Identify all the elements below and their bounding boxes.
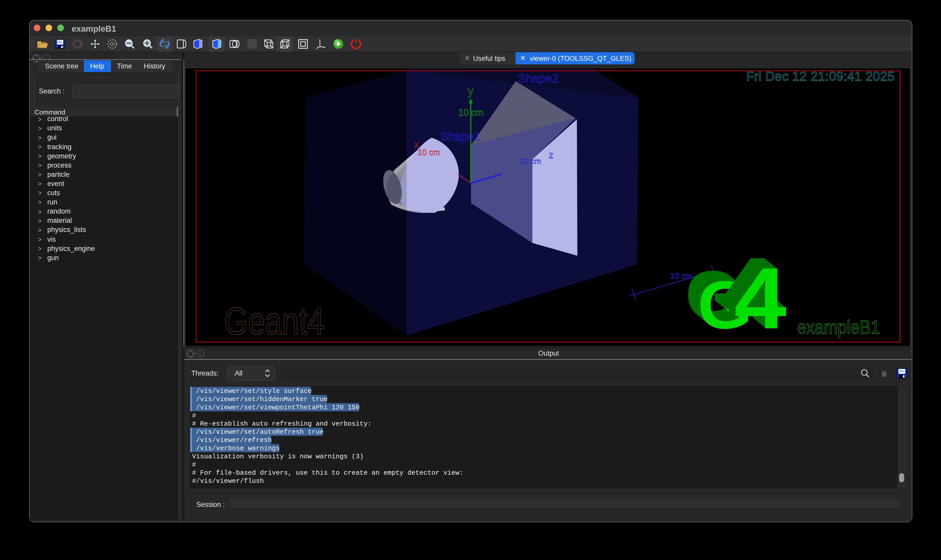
svg-text:Shape2: Shape2 bbox=[518, 71, 558, 85]
svg-text:Geant4: Geant4 bbox=[224, 299, 324, 342]
svg-text:z: z bbox=[549, 149, 553, 160]
svg-text:y: y bbox=[467, 84, 473, 98]
svg-text:10 cm: 10 cm bbox=[458, 107, 483, 117]
svg-text:10 cm: 10 cm bbox=[520, 157, 541, 165]
svg-text:exampleB1: exampleB1 bbox=[797, 316, 879, 337]
svg-text:4: 4 bbox=[734, 249, 787, 346]
svg-text:Shape1: Shape1 bbox=[440, 129, 480, 143]
svg-text:Fri Dec 12 21:09:41 2025: Fri Dec 12 21:09:41 2025 bbox=[746, 69, 895, 83]
svg-text:10 cm: 10 cm bbox=[417, 148, 440, 157]
